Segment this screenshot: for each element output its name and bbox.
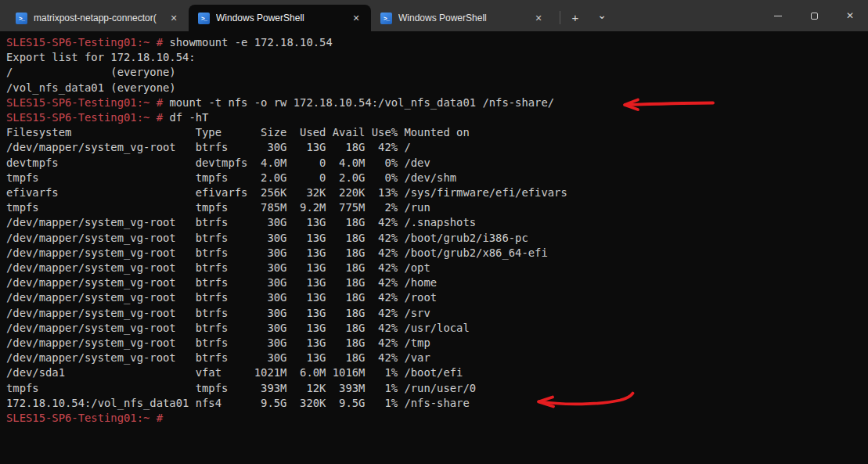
- tab-strip-divider: [560, 11, 560, 24]
- output-text: /dev/mapper/system_vg-root btrfs 30G 13G…: [6, 336, 430, 349]
- tab-close-icon[interactable]: ✕: [531, 11, 546, 25]
- output-text: /dev/mapper/system_vg-root btrfs 30G 13G…: [6, 216, 476, 228]
- command-line: SLES15-SP6-Testing01:~ #: [6, 411, 868, 426]
- tab-3[interactable]: >_Windows PowerShell✕: [371, 5, 553, 31]
- df-row: /dev/mapper/system_vg-root btrfs 30G 13G…: [6, 351, 868, 365]
- command-text: mount -t nfs -o rw 172.18.10.54:/vol_nfs…: [163, 96, 554, 109]
- command-text: showmount -e 172.18.10.54: [163, 36, 333, 49]
- output-line: /vol_nfs_data01 (everyone): [6, 81, 868, 95]
- df-row: /dev/mapper/system_vg-root btrfs 30G 13G…: [6, 321, 868, 336]
- output-text: /vol_nfs_data01 (everyone): [6, 81, 176, 94]
- tab-label: Windows PowerShell: [216, 13, 343, 23]
- output-text: /dev/mapper/system_vg-root btrfs 30G 13G…: [6, 246, 548, 259]
- df-row: /dev/mapper/system_vg-root btrfs 30G 13G…: [6, 336, 868, 351]
- shell-prompt: SLES15-SP6-Testing01:~ #: [6, 412, 163, 424]
- tab-2[interactable]: >_Windows PowerShell✕: [189, 5, 371, 31]
- output-text: /dev/mapper/system_vg-root btrfs 30G 13G…: [6, 322, 470, 334]
- df-row: /dev/mapper/system_vg-root btrfs 30G 13G…: [6, 261, 868, 275]
- window-controls: ✕: [760, 0, 868, 31]
- output-line: Export list for 172.18.10.54:: [6, 50, 868, 65]
- command-line: SLES15-SP6-Testing01:~ # showmount -e 17…: [6, 35, 868, 50]
- terminal-canvas[interactable]: SLES15-SP6-Testing01:~ # showmount -e 17…: [0, 31, 868, 464]
- df-row: tmpfs tmpfs 785M 9.2M 775M 2% /run: [6, 200, 868, 215]
- df-row: /dev/mapper/system_vg-root btrfs 30G 13G…: [6, 290, 868, 305]
- df-row: /dev/sda1 vfat 1021M 6.0M 1016M 1% /boot…: [6, 365, 868, 380]
- command-line: SLES15-SP6-Testing01:~ # mount -t nfs -o…: [6, 95, 868, 110]
- new-tab-button[interactable]: +: [565, 7, 585, 27]
- df-header-line: Filesystem Type Size Used Avail Use% Mou…: [6, 125, 868, 140]
- tab-dropdown-button[interactable]: ⌄: [592, 7, 612, 27]
- shell-prompt: SLES15-SP6-Testing01:~ #: [6, 36, 163, 49]
- titlebar: >_matrixpost-netapp-connector(✕>_Windows…: [0, 0, 868, 31]
- df-row: /dev/mapper/system_vg-root btrfs 30G 13G…: [6, 275, 868, 290]
- output-text: devtmpfs devtmpfs 4.0M 0 4.0M 0% /dev: [6, 156, 430, 169]
- output-text: tmpfs tmpfs 2.0G 0 2.0G 0% /dev/shm: [6, 171, 456, 184]
- output-line: / (everyone): [6, 65, 868, 80]
- output-text: /dev/mapper/system_vg-root btrfs 30G 13G…: [6, 232, 528, 244]
- windows-terminal-window: >_matrixpost-netapp-connector(✕>_Windows…: [0, 0, 868, 464]
- output-text: Export list for 172.18.10.54:: [6, 51, 196, 63]
- output-text: /dev/mapper/system_vg-root btrfs 30G 13G…: [6, 307, 430, 319]
- df-row: efivarfs efivarfs 256K 32K 220K 13% /sys…: [6, 185, 868, 200]
- tab-label: matrixpost-netapp-connector(: [34, 13, 160, 23]
- terminal-output: SLES15-SP6-Testing01:~ # showmount -e 17…: [6, 35, 868, 426]
- tab-close-icon[interactable]: ✕: [349, 11, 363, 25]
- close-window-button[interactable]: ✕: [832, 0, 868, 31]
- shell-prompt: SLES15-SP6-Testing01:~ #: [6, 96, 163, 109]
- df-row: tmpfs tmpfs 2.0G 0 2.0G 0% /dev/shm: [6, 171, 868, 185]
- output-text: /dev/mapper/system_vg-root btrfs 30G 13G…: [6, 276, 437, 289]
- powershell-icon: >_: [198, 13, 210, 24]
- df-row: devtmpfs devtmpfs 4.0M 0 4.0M 0% /dev: [6, 156, 868, 171]
- output-text: / (everyone): [6, 66, 176, 78]
- output-text: /dev/mapper/system_vg-root btrfs 30G 13G…: [6, 351, 430, 364]
- output-text: /dev/mapper/system_vg-root btrfs 30G 13G…: [6, 141, 411, 153]
- tab-bar: >_matrixpost-netapp-connector(✕>_Windows…: [0, 0, 553, 31]
- df-row: /dev/mapper/system_vg-root btrfs 30G 13G…: [6, 246, 868, 261]
- tab-label: Windows PowerShell: [398, 13, 525, 23]
- output-text: /dev/sda1 vfat 1021M 6.0M 1016M 1% /boot…: [6, 366, 463, 379]
- maximize-button[interactable]: [796, 0, 832, 31]
- output-text: efivarfs efivarfs 256K 32K 220K 13% /sys…: [6, 186, 567, 199]
- command-text: df -hT: [163, 111, 208, 124]
- df-row: /dev/mapper/system_vg-root btrfs 30G 13G…: [6, 215, 868, 230]
- df-row: /dev/mapper/system_vg-root btrfs 30G 13G…: [6, 231, 868, 246]
- output-text: 172.18.10.54:/vol_nfs_data01 nfs4 9.5G 3…: [6, 397, 470, 409]
- minimize-button[interactable]: [760, 0, 796, 31]
- output-text: tmpfs tmpfs 393M 12K 393M 1% /run/user/0: [6, 382, 476, 394]
- tab-close-icon[interactable]: ✕: [167, 11, 181, 25]
- close-icon: ✕: [846, 10, 854, 21]
- output-text: /dev/mapper/system_vg-root btrfs 30G 13G…: [6, 261, 430, 274]
- tab-1[interactable]: >_matrixpost-netapp-connector(✕: [6, 5, 189, 31]
- titlebar-drag-region[interactable]: [612, 0, 760, 31]
- powershell-icon: >_: [380, 13, 392, 24]
- df-row: tmpfs tmpfs 393M 12K 393M 1% /run/user/0: [6, 381, 868, 396]
- df-row: /dev/mapper/system_vg-root btrfs 30G 13G…: [6, 140, 868, 155]
- output-text: Filesystem Type Size Used Avail Use% Mou…: [6, 126, 470, 138]
- df-row: /dev/mapper/system_vg-root btrfs 30G 13G…: [6, 306, 868, 321]
- output-text: tmpfs tmpfs 785M 9.2M 775M 2% /run: [6, 201, 430, 214]
- command-line: SLES15-SP6-Testing01:~ # df -hT: [6, 110, 868, 125]
- powershell-icon: >_: [16, 13, 27, 24]
- maximize-icon: [811, 13, 818, 20]
- shell-prompt: SLES15-SP6-Testing01:~ #: [6, 111, 163, 124]
- output-text: /dev/mapper/system_vg-root btrfs 30G 13G…: [6, 291, 437, 304]
- df-row: 172.18.10.54:/vol_nfs_data01 nfs4 9.5G 3…: [6, 396, 868, 411]
- minimize-icon: [774, 16, 782, 16]
